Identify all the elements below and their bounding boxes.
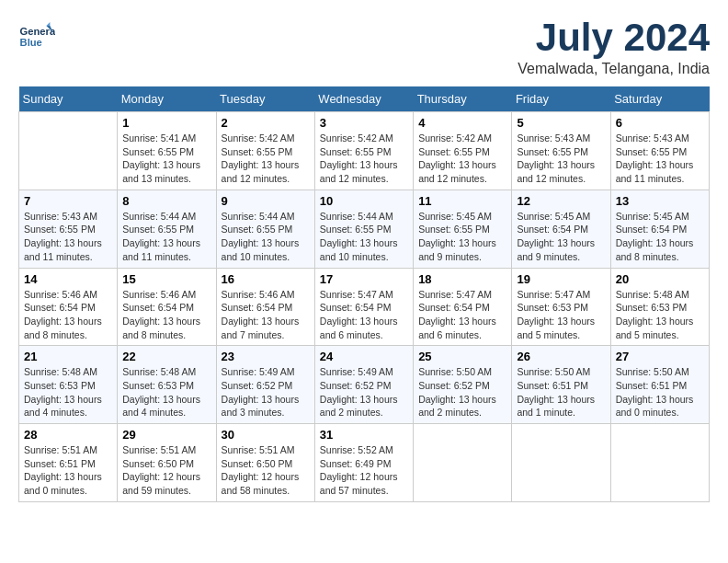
calendar-cell: 27Sunrise: 5:50 AMSunset: 6:51 PMDayligh… [610, 346, 709, 424]
weekday-header-friday: Friday [512, 86, 610, 112]
calendar-cell: 22Sunrise: 5:48 AMSunset: 6:53 PMDayligh… [118, 346, 216, 424]
calendar-cell [414, 424, 512, 502]
day-info: Sunrise: 5:45 AMSunset: 6:54 PMDaylight:… [616, 210, 704, 264]
calendar-cell: 2Sunrise: 5:42 AMSunset: 6:55 PMDaylight… [216, 112, 314, 190]
calendar-cell: 7Sunrise: 5:43 AMSunset: 6:55 PMDaylight… [19, 190, 118, 268]
calendar-cell: 5Sunrise: 5:43 AMSunset: 6:55 PMDaylight… [512, 112, 610, 190]
day-number: 25 [418, 350, 506, 363]
day-info: Sunrise: 5:43 AMSunset: 6:55 PMDaylight:… [24, 210, 112, 264]
day-info: Sunrise: 5:46 AMSunset: 6:54 PMDaylight:… [122, 288, 210, 342]
day-number: 6 [616, 116, 704, 130]
day-info: Sunrise: 5:51 AMSunset: 6:51 PMDaylight:… [24, 443, 112, 498]
calendar-cell: 26Sunrise: 5:50 AMSunset: 6:51 PMDayligh… [512, 346, 610, 424]
weekday-header-sunday: Sunday [19, 86, 118, 112]
day-info: Sunrise: 5:46 AMSunset: 6:54 PMDaylight:… [24, 288, 112, 342]
day-info: Sunrise: 5:42 AMSunset: 6:55 PMDaylight:… [320, 132, 408, 186]
calendar-cell: 4Sunrise: 5:42 AMSunset: 6:55 PMDaylight… [414, 112, 512, 190]
day-info: Sunrise: 5:41 AMSunset: 6:55 PMDaylight:… [122, 132, 210, 186]
day-number: 23 [222, 350, 310, 363]
day-number: 15 [122, 272, 210, 286]
calendar-cell: 11Sunrise: 5:45 AMSunset: 6:55 PMDayligh… [414, 190, 512, 268]
day-info: Sunrise: 5:45 AMSunset: 6:54 PMDaylight:… [517, 210, 605, 264]
day-number: 2 [222, 116, 310, 130]
svg-text:Blue: Blue [20, 37, 42, 48]
day-number: 20 [616, 272, 704, 286]
day-number: 19 [517, 272, 605, 286]
day-number: 30 [222, 428, 310, 442]
calendar-cell: 12Sunrise: 5:45 AMSunset: 6:54 PMDayligh… [512, 190, 610, 268]
day-info: Sunrise: 5:47 AMSunset: 6:53 PMDaylight:… [517, 288, 605, 342]
day-number: 28 [24, 428, 112, 442]
day-info: Sunrise: 5:48 AMSunset: 6:53 PMDaylight:… [122, 365, 210, 419]
calendar-cell: 1Sunrise: 5:41 AMSunset: 6:55 PMDaylight… [118, 112, 216, 190]
day-info: Sunrise: 5:43 AMSunset: 6:55 PMDaylight:… [616, 132, 704, 186]
day-info: Sunrise: 5:51 AMSunset: 6:50 PMDaylight:… [222, 443, 310, 498]
logo-icon: General Blue [18, 18, 55, 55]
day-info: Sunrise: 5:44 AMSunset: 6:55 PMDaylight:… [122, 210, 210, 264]
day-number: 31 [320, 428, 408, 442]
day-number: 10 [320, 194, 408, 208]
day-info: Sunrise: 5:51 AMSunset: 6:50 PMDaylight:… [122, 443, 210, 498]
weekday-header-tuesday: Tuesday [216, 86, 314, 112]
calendar-cell: 17Sunrise: 5:47 AMSunset: 6:54 PMDayligh… [314, 268, 413, 346]
day-info: Sunrise: 5:46 AMSunset: 6:54 PMDaylight:… [222, 288, 310, 342]
day-number: 3 [320, 116, 408, 130]
day-number: 24 [320, 350, 408, 363]
day-info: Sunrise: 5:47 AMSunset: 6:54 PMDaylight:… [320, 288, 408, 342]
day-info: Sunrise: 5:48 AMSunset: 6:53 PMDaylight:… [616, 288, 704, 342]
day-info: Sunrise: 5:50 AMSunset: 6:51 PMDaylight:… [517, 365, 605, 419]
calendar-cell: 18Sunrise: 5:47 AMSunset: 6:54 PMDayligh… [414, 268, 512, 346]
calendar-cell: 21Sunrise: 5:48 AMSunset: 6:53 PMDayligh… [19, 346, 118, 424]
day-number: 1 [122, 116, 210, 130]
calendar-cell: 19Sunrise: 5:47 AMSunset: 6:53 PMDayligh… [512, 268, 610, 346]
calendar-cell: 9Sunrise: 5:44 AMSunset: 6:55 PMDaylight… [216, 190, 314, 268]
day-number: 9 [222, 194, 310, 208]
calendar-cell: 20Sunrise: 5:48 AMSunset: 6:53 PMDayligh… [610, 268, 709, 346]
day-number: 14 [24, 272, 112, 286]
calendar-cell: 16Sunrise: 5:46 AMSunset: 6:54 PMDayligh… [216, 268, 314, 346]
day-number: 17 [320, 272, 408, 286]
header: General Blue July 2024 Vemalwada, Telang… [18, 18, 710, 77]
calendar-cell: 25Sunrise: 5:50 AMSunset: 6:52 PMDayligh… [414, 346, 512, 424]
day-number: 13 [616, 194, 704, 208]
day-number: 5 [517, 116, 605, 130]
day-number: 7 [24, 194, 112, 208]
calendar-cell: 10Sunrise: 5:44 AMSunset: 6:55 PMDayligh… [314, 190, 413, 268]
calendar-table: SundayMondayTuesdayWednesdayThursdayFrid… [18, 86, 710, 502]
calendar-cell: 14Sunrise: 5:46 AMSunset: 6:54 PMDayligh… [19, 268, 118, 346]
day-number: 22 [122, 350, 210, 363]
day-number: 8 [122, 194, 210, 208]
calendar-cell: 24Sunrise: 5:49 AMSunset: 6:52 PMDayligh… [314, 346, 413, 424]
day-number: 16 [222, 272, 310, 286]
month-title: July 2024 [518, 18, 710, 57]
day-number: 4 [418, 116, 506, 130]
day-info: Sunrise: 5:44 AMSunset: 6:55 PMDaylight:… [320, 210, 408, 264]
day-number: 29 [122, 428, 210, 442]
day-number: 27 [616, 350, 704, 363]
weekday-header-monday: Monday [118, 86, 216, 112]
day-info: Sunrise: 5:48 AMSunset: 6:53 PMDaylight:… [24, 365, 112, 419]
day-number: 21 [24, 350, 112, 363]
day-info: Sunrise: 5:50 AMSunset: 6:51 PMDaylight:… [616, 365, 704, 419]
calendar-cell: 13Sunrise: 5:45 AMSunset: 6:54 PMDayligh… [610, 190, 709, 268]
day-number: 11 [418, 194, 506, 208]
weekday-header-wednesday: Wednesday [314, 86, 413, 112]
calendar-cell: 3Sunrise: 5:42 AMSunset: 6:55 PMDaylight… [314, 112, 413, 190]
day-info: Sunrise: 5:44 AMSunset: 6:55 PMDaylight:… [222, 210, 310, 264]
day-info: Sunrise: 5:42 AMSunset: 6:55 PMDaylight:… [418, 132, 506, 186]
day-info: Sunrise: 5:45 AMSunset: 6:55 PMDaylight:… [418, 210, 506, 264]
calendar-cell: 23Sunrise: 5:49 AMSunset: 6:52 PMDayligh… [216, 346, 314, 424]
location-title: Vemalwada, Telangana, India [518, 61, 710, 77]
calendar-cell: 31Sunrise: 5:52 AMSunset: 6:49 PMDayligh… [314, 424, 413, 502]
day-info: Sunrise: 5:50 AMSunset: 6:52 PMDaylight:… [418, 365, 506, 419]
calendar-cell: 30Sunrise: 5:51 AMSunset: 6:50 PMDayligh… [216, 424, 314, 502]
weekday-header-saturday: Saturday [610, 86, 709, 112]
calendar-cell: 8Sunrise: 5:44 AMSunset: 6:55 PMDaylight… [118, 190, 216, 268]
weekday-header-thursday: Thursday [414, 86, 512, 112]
calendar-cell [512, 424, 610, 502]
day-info: Sunrise: 5:47 AMSunset: 6:54 PMDaylight:… [418, 288, 506, 342]
day-info: Sunrise: 5:42 AMSunset: 6:55 PMDaylight:… [222, 132, 310, 186]
calendar-cell [19, 112, 118, 190]
title-area: July 2024 Vemalwada, Telangana, India [518, 18, 710, 77]
calendar-cell [610, 424, 709, 502]
